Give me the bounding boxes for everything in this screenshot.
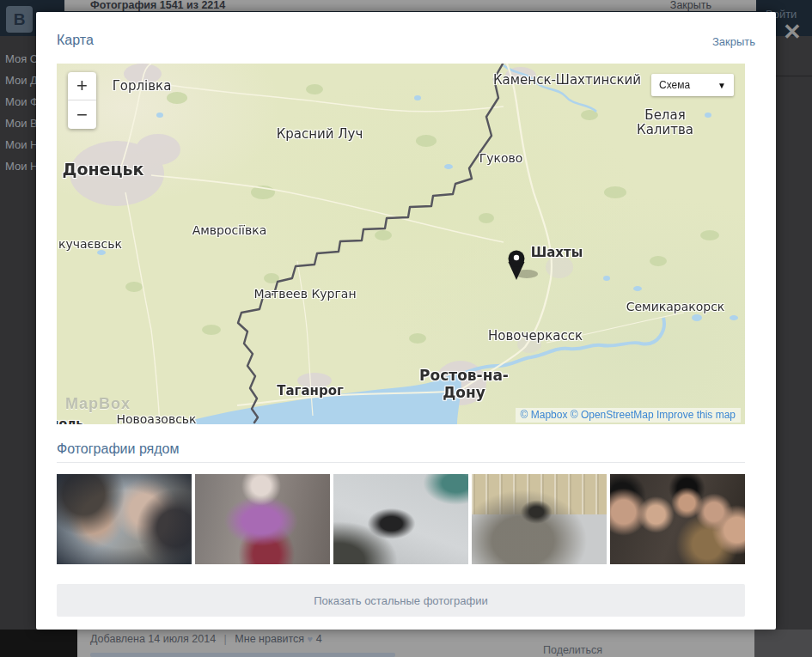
photo-info-bar: Добавлена 14 июля 2014 | Мне нравится ♥ … — [77, 630, 754, 657]
photo-counter: Фотография 1541 из 2214 — [90, 0, 225, 11]
sidebar-item-videos[interactable]: Мои В — [5, 113, 39, 134]
photo-thumbnail-dog-by-gate-snow[interactable] — [472, 474, 607, 564]
like-count: 4 — [316, 633, 322, 645]
separator: | — [224, 633, 227, 645]
photo-thumbnail-two-girls-selfie[interactable] — [57, 474, 192, 564]
photo-bottom-dimmed — [0, 630, 77, 657]
share-link[interactable]: Поделиться — [543, 644, 602, 656]
zoom-in-button[interactable]: + — [68, 72, 96, 100]
photo-thumbnail-friends-group-selfie[interactable] — [610, 474, 745, 564]
modal-close-link[interactable]: Закрыть — [712, 35, 755, 48]
nearby-photos-title: Фотографии рядом — [57, 441, 745, 463]
nearby-photos-row — [57, 474, 745, 564]
sidebar-item-photos[interactable]: Мои Ф — [5, 91, 39, 113]
map-features — [57, 64, 745, 424]
like-link[interactable]: Мне нравится — [235, 633, 304, 645]
zoom-out-button[interactable]: − — [68, 100, 96, 129]
chevron-down-icon: ▼ — [717, 81, 726, 90]
layer-select-value: Схема — [659, 79, 690, 91]
photo-added-info: Добавлена 14 июля 2014 | Мне нравится ♥ … — [90, 633, 322, 645]
sidebar-item-news2[interactable]: Мои Н — [5, 155, 39, 177]
close-icon[interactable]: ✕ — [783, 19, 802, 46]
show-more-photos-button[interactable]: Показать остальные фотографии — [57, 584, 745, 617]
viewer-close-link[interactable]: Закрыть — [670, 0, 711, 11]
sidebar-item-friends[interactable]: Мои Д — [5, 70, 39, 91]
footer-right-dimmed — [754, 630, 812, 657]
photo-viewer-topbar: Фотография 1541 из 2214 Закрыть — [64, 0, 756, 11]
photo-thumbnail-toddler-purple-jacket[interactable] — [195, 474, 330, 564]
map-canvas[interactable]: Горлівка Каменск-Шахтинский Белая Калитв… — [57, 64, 745, 424]
map-layer-select[interactable]: Схема ▼ — [651, 74, 734, 96]
added-date: Добавлена 14 июля 2014 — [90, 633, 216, 645]
sidebar-item-my-page[interactable]: Моя С — [5, 48, 39, 70]
sidebar-nav: Моя С Мои Д Мои Ф Мои В Мои Н Мои Н — [5, 48, 39, 177]
mapbox-watermark: MapBox — [65, 395, 131, 413]
photo-thumbnail-black-dog-in-snow[interactable] — [333, 474, 468, 564]
heart-icon: ♥ — [308, 634, 314, 644]
map-attribution[interactable]: © Mapbox © OpenStreetMap Improve this ma… — [516, 408, 741, 423]
sidebar-item-news[interactable]: Мои Н — [5, 134, 39, 155]
map-zoom-control: + − — [68, 72, 96, 129]
map-modal: Карта Закрыть — [36, 12, 776, 630]
dimmed-text-placeholder — [90, 653, 395, 657]
vk-logo[interactable]: B — [6, 6, 33, 33]
vk-logo-letter: B — [14, 10, 26, 29]
modal-title: Карта — [57, 33, 94, 48]
